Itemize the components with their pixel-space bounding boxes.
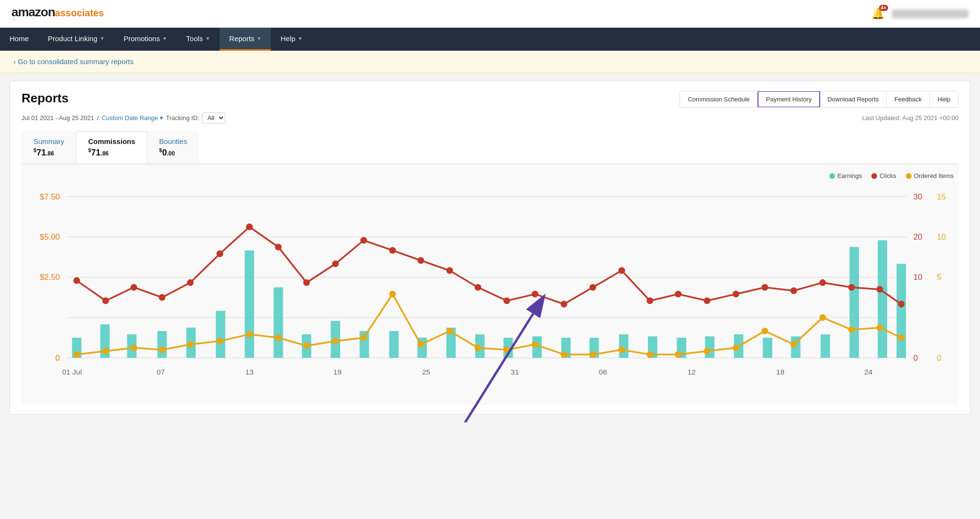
header-right: 🔔 4+ <box>871 8 969 20</box>
svg-text:0: 0 <box>56 353 60 363</box>
nav-item-home[interactable]: Home <box>0 28 38 51</box>
nav-label-tools: Tools <box>186 34 203 43</box>
ordered-items-label: Ordered Items <box>914 172 954 179</box>
svg-point-48 <box>102 298 109 304</box>
nav-label-home: Home <box>10 34 29 43</box>
svg-point-91 <box>475 344 481 351</box>
nav-label-reports: Reports <box>229 34 255 43</box>
svg-text:0: 0 <box>937 353 941 363</box>
main-card: Reports Commission Schedule Payment Hist… <box>10 81 970 415</box>
svg-point-77 <box>73 351 80 358</box>
nav-label-product-linking: Product Linking <box>48 34 97 43</box>
tab-commissions-amount: $71.86 <box>88 147 135 158</box>
svg-point-53 <box>246 223 253 230</box>
earnings-dot <box>829 173 835 179</box>
separator: / <box>97 114 99 121</box>
svg-point-84 <box>275 334 282 341</box>
svg-point-106 <box>898 334 904 341</box>
svg-point-85 <box>303 342 310 349</box>
svg-point-60 <box>446 267 453 274</box>
reports-header-row: Reports Commission Schedule Payment Hist… <box>22 91 958 108</box>
earnings-label: Earnings <box>837 172 862 179</box>
svg-rect-44 <box>849 247 859 358</box>
clicks-label: Clicks <box>880 172 896 179</box>
consolidated-summary-link[interactable]: ‹ Go to consolidated summary reports <box>13 57 134 66</box>
svg-point-81 <box>187 341 194 348</box>
svg-point-59 <box>417 257 424 264</box>
tracking-id-select[interactable]: All <box>202 112 225 123</box>
nav-label-help: Help <box>280 34 295 43</box>
svg-point-47 <box>73 277 80 284</box>
top-bar: amazonassociates ⌣ 🔔 4+ <box>0 0 980 28</box>
svg-rect-43 <box>821 334 830 358</box>
svg-point-102 <box>791 341 797 348</box>
last-updated-text: Last Updated: Aug 25 2021 +00:00 <box>862 114 958 121</box>
nav-item-promotions[interactable]: Promotions ▼ <box>114 28 177 51</box>
tab-commissions[interactable]: Commissions $71.86 <box>76 131 147 164</box>
ordered-items-dot <box>906 173 912 179</box>
nav-item-help[interactable]: Help ▼ <box>271 28 312 51</box>
svg-point-70 <box>733 291 739 298</box>
legend-ordered-items: Ordered Items <box>906 172 954 179</box>
svg-point-66 <box>618 267 625 274</box>
svg-rect-41 <box>763 338 772 358</box>
svg-point-76 <box>898 301 904 308</box>
svg-point-74 <box>848 284 855 291</box>
chevron-down-icon: ▼ <box>205 36 210 41</box>
svg-point-93 <box>532 341 538 348</box>
svg-point-88 <box>389 291 396 298</box>
nav-item-product-linking[interactable]: Product Linking ▼ <box>38 28 114 51</box>
svg-point-90 <box>446 328 453 334</box>
custom-date-range-link[interactable]: Custom Date Range ▾ <box>101 114 163 121</box>
svg-point-83 <box>246 331 253 338</box>
tab-summary[interactable]: Summary $71.86 <box>22 131 76 164</box>
svg-point-89 <box>417 341 424 348</box>
svg-point-68 <box>675 291 681 298</box>
svg-point-86 <box>332 338 339 344</box>
nav-item-tools[interactable]: Tools ▼ <box>177 28 220 51</box>
svg-point-97 <box>646 351 653 358</box>
svg-text:24: 24 <box>864 368 873 376</box>
action-buttons: Commission Schedule Payment History Down… <box>679 91 958 108</box>
nav-item-reports[interactable]: Reports ▼ <box>220 28 271 51</box>
svg-point-63 <box>532 291 538 298</box>
tab-bounties[interactable]: Bounties $0.00 <box>147 131 199 164</box>
svg-point-65 <box>590 284 596 291</box>
svg-point-72 <box>791 287 797 294</box>
date-range-text: Jul 01 2021 - Aug 25 2021 <box>22 114 94 121</box>
svg-point-62 <box>503 298 510 304</box>
bell-wrapper[interactable]: 🔔 4+ <box>871 8 884 20</box>
chart-svg: $7.50 $5.00 $2.50 0 30 20 10 0 15 10 5 0 <box>26 183 954 398</box>
svg-point-54 <box>275 243 282 250</box>
svg-point-105 <box>876 324 883 331</box>
download-reports-button[interactable]: Download Reports <box>820 91 887 107</box>
tab-bounties-label: Bounties <box>159 137 187 145</box>
svg-rect-39 <box>705 336 714 358</box>
payment-history-button[interactable]: Payment History <box>757 91 820 108</box>
tab-summary-amount: $71.86 <box>33 147 64 158</box>
svg-point-71 <box>761 284 768 291</box>
legend-clicks: Clicks <box>871 172 896 179</box>
chevron-down-icon: ▼ <box>100 36 104 41</box>
svg-point-56 <box>332 260 339 267</box>
svg-point-52 <box>216 250 223 257</box>
svg-rect-24 <box>274 287 283 358</box>
tabs-row: Summary $71.86 Commissions $71.86 Bounti… <box>22 131 958 164</box>
svg-rect-22 <box>216 311 225 358</box>
commission-schedule-button[interactable]: Commission Schedule <box>680 91 757 107</box>
svg-point-87 <box>360 334 367 341</box>
logo-amazon-text: amazon <box>11 5 55 19</box>
svg-point-78 <box>102 348 109 354</box>
svg-point-57 <box>360 237 367 243</box>
tab-summary-label: Summary <box>33 137 64 145</box>
svg-text:18: 18 <box>776 368 784 376</box>
logo-associates-text: associates <box>55 8 104 18</box>
svg-point-67 <box>646 298 653 304</box>
svg-rect-23 <box>245 250 254 358</box>
svg-text:5: 5 <box>937 273 941 282</box>
feedback-button[interactable]: Feedback <box>887 91 930 107</box>
svg-point-75 <box>876 286 883 293</box>
svg-point-96 <box>618 346 625 353</box>
help-button[interactable]: Help <box>930 91 958 107</box>
svg-text:31: 31 <box>511 368 519 376</box>
